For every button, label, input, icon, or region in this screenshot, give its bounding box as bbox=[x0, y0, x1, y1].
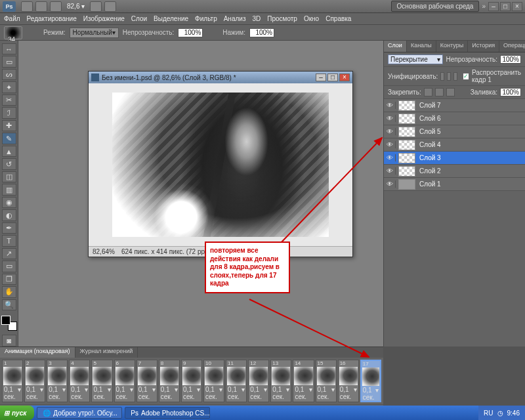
unify-style-icon[interactable] bbox=[453, 72, 457, 81]
layer-thumbnail[interactable] bbox=[398, 140, 415, 150]
lang-indicator[interactable]: RU bbox=[484, 410, 493, 417]
layer-name[interactable]: Слой 1 bbox=[418, 180, 441, 188]
menu-select[interactable]: Выделение bbox=[154, 15, 188, 22]
tab-layers[interactable]: Слои bbox=[384, 41, 407, 52]
frame-duration[interactable]: 0,1 сек.▾ bbox=[159, 386, 179, 400]
layer-name[interactable]: Слой 5 bbox=[418, 128, 441, 135]
quickmask-icon[interactable]: ◙ bbox=[2, 335, 16, 346]
tab-history[interactable]: История bbox=[468, 41, 499, 52]
dodge-tool-icon[interactable]: ◐ bbox=[2, 209, 16, 220]
mini-bridge-icon[interactable] bbox=[35, 1, 47, 12]
layer-row[interactable]: 👁Слой 6 bbox=[384, 112, 525, 125]
tray-icon[interactable]: ◷ bbox=[497, 410, 503, 417]
chevron-right-icon[interactable]: » bbox=[482, 3, 486, 10]
shape-tool-icon[interactable]: ▭ bbox=[2, 261, 16, 272]
tab-channels[interactable]: Каналы bbox=[407, 41, 436, 52]
layer-row[interactable]: 👁Слой 1 bbox=[384, 178, 525, 191]
frame-duration[interactable]: 0,1 сек.▾ bbox=[271, 386, 291, 400]
workspace-switcher[interactable]: Основная рабочая среда bbox=[391, 1, 480, 12]
lock-position-icon[interactable] bbox=[435, 88, 444, 96]
task-browser[interactable]: 🌐Доброе утро!. Обсу... bbox=[37, 407, 122, 419]
gradient-tool-icon[interactable]: ▥ bbox=[2, 184, 16, 195]
menu-image[interactable]: Изображение bbox=[83, 15, 125, 22]
start-button[interactable]: ⊞пуск bbox=[0, 406, 34, 420]
zoom-tool-icon[interactable] bbox=[104, 1, 116, 12]
layer-thumbnail[interactable] bbox=[398, 100, 415, 111]
pressure-size-icon[interactable] bbox=[294, 28, 306, 38]
animation-frame[interactable]: 50,1 сек.▾ bbox=[91, 360, 112, 402]
layer-name[interactable]: Слой 4 bbox=[418, 141, 441, 148]
layer-thumbnail[interactable] bbox=[398, 166, 415, 177]
layer-name[interactable]: Слой 6 bbox=[418, 115, 441, 122]
doc-close-icon[interactable]: × bbox=[339, 74, 350, 81]
crop-tool-icon[interactable]: ✂ bbox=[2, 94, 16, 106]
menu-help[interactable]: Справка bbox=[326, 15, 351, 22]
frame-duration[interactable]: 0,1 сек.▾ bbox=[47, 386, 67, 400]
marquee-tool-icon[interactable]: ▭ bbox=[2, 56, 16, 67]
tab-measure-log[interactable]: Журнал измерений bbox=[75, 347, 138, 358]
blend-mode-layer-select[interactable]: Перекрытие▾ bbox=[388, 54, 443, 64]
layer-thumbnail[interactable] bbox=[398, 127, 415, 137]
airbrush-icon[interactable] bbox=[278, 28, 290, 38]
layer-row[interactable]: 👁Слой 3 bbox=[384, 152, 525, 165]
color-swatches[interactable] bbox=[1, 316, 17, 331]
layer-row[interactable]: 👁Слой 2 bbox=[384, 165, 525, 178]
document-titlebar[interactable]: Без имени-1.psd @ 82,6% (Слой 3, RGB/8) … bbox=[89, 72, 352, 83]
animation-frame[interactable]: 170,1 сек.▾ bbox=[360, 360, 381, 402]
menu-3d[interactable]: 3D bbox=[252, 15, 261, 22]
menu-window[interactable]: Окно bbox=[304, 15, 319, 22]
animation-frame[interactable]: 10,1 сек.▾ bbox=[2, 360, 23, 402]
animation-frame[interactable]: 30,1 сек.▾ bbox=[47, 360, 68, 402]
history-brush-tool-icon[interactable]: ↺ bbox=[2, 158, 16, 169]
opacity-input[interactable]: 100% bbox=[178, 28, 203, 37]
heal-tool-icon[interactable]: ✚ bbox=[2, 120, 16, 131]
animation-frame[interactable]: 40,1 сек.▾ bbox=[69, 360, 90, 402]
3d-tool-icon[interactable]: ❒ bbox=[2, 274, 16, 285]
document-canvas[interactable] bbox=[89, 83, 352, 246]
frame-duration[interactable]: 0,1 сек.▾ bbox=[316, 386, 336, 400]
layer-thumbnail[interactable] bbox=[398, 179, 415, 190]
doc-zoom-value[interactable]: 82,64% bbox=[93, 248, 115, 255]
unify-visibility-icon[interactable] bbox=[447, 72, 451, 81]
menu-view[interactable]: Просмотр bbox=[267, 15, 297, 22]
path-tool-icon[interactable]: ↗ bbox=[2, 248, 16, 259]
frame-duration[interactable]: 0,1 сек.▾ bbox=[204, 386, 224, 400]
layer-row[interactable]: 👁Слой 4 bbox=[384, 138, 525, 152]
frame-duration[interactable]: 0,1 сек.▾ bbox=[70, 386, 89, 400]
tab-paths[interactable]: Контуры bbox=[436, 41, 468, 52]
frame-duration[interactable]: 0,1 сек.▾ bbox=[226, 386, 246, 400]
layer-row[interactable]: 👁Слой 5 bbox=[384, 125, 525, 138]
layer-name[interactable]: Слой 3 bbox=[418, 154, 441, 161]
lasso-tool-icon[interactable]: ᔕ bbox=[2, 69, 16, 80]
maximize-icon[interactable]: □ bbox=[500, 2, 511, 11]
animation-frame[interactable]: 160,1 сек.▾ bbox=[338, 360, 359, 402]
doc-minimize-icon[interactable]: – bbox=[316, 74, 326, 81]
visibility-icon[interactable]: 👁 bbox=[384, 167, 396, 175]
layer-opacity-input[interactable]: 100% bbox=[500, 55, 521, 64]
frame-duration[interactable]: 0,1 сек.▾ bbox=[115, 386, 135, 400]
eyedropper-tool-icon[interactable]: ℐ bbox=[2, 107, 16, 118]
wand-tool-icon[interactable]: ✦ bbox=[2, 81, 16, 93]
eraser-tool-icon[interactable]: ◫ bbox=[2, 171, 16, 182]
visibility-icon[interactable]: 👁 bbox=[384, 141, 396, 148]
visibility-icon[interactable]: 👁 bbox=[384, 115, 396, 122]
frame-duration[interactable]: 0,1 сек.▾ bbox=[137, 386, 157, 400]
doc-maximize-icon[interactable]: □ bbox=[327, 74, 338, 81]
tab-animation[interactable]: Анимация (покадровая) bbox=[0, 347, 75, 358]
animation-frame[interactable]: 120,1 сек.▾ bbox=[248, 360, 269, 402]
visibility-icon[interactable]: 👁 bbox=[384, 102, 396, 109]
animation-frame[interactable]: 130,1 сек.▾ bbox=[270, 360, 291, 402]
frame-duration[interactable]: 0,1 сек.▾ bbox=[92, 386, 112, 400]
hand-tool-toolbox-icon[interactable]: ✋ bbox=[2, 286, 16, 297]
layer-thumbnail[interactable] bbox=[398, 114, 415, 124]
lock-all-icon[interactable] bbox=[446, 88, 455, 96]
frame-duration[interactable]: 0,1 сек.▾ bbox=[25, 386, 45, 400]
layer-row[interactable]: 👁Слой 7 bbox=[384, 99, 525, 112]
type-tool-icon[interactable]: T bbox=[2, 235, 16, 246]
animation-frame[interactable]: 150,1 сек.▾ bbox=[316, 360, 337, 402]
flow-input[interactable]: 100% bbox=[249, 28, 274, 37]
doc-dimensions[interactable]: 624 пикс. x 414 пикс. (72 ppi) bbox=[121, 248, 209, 255]
visibility-icon[interactable]: 👁 bbox=[384, 180, 396, 188]
blend-mode-select[interactable]: Нормальный▾ bbox=[70, 28, 119, 38]
animation-frame[interactable]: 80,1 сек.▾ bbox=[159, 360, 180, 402]
